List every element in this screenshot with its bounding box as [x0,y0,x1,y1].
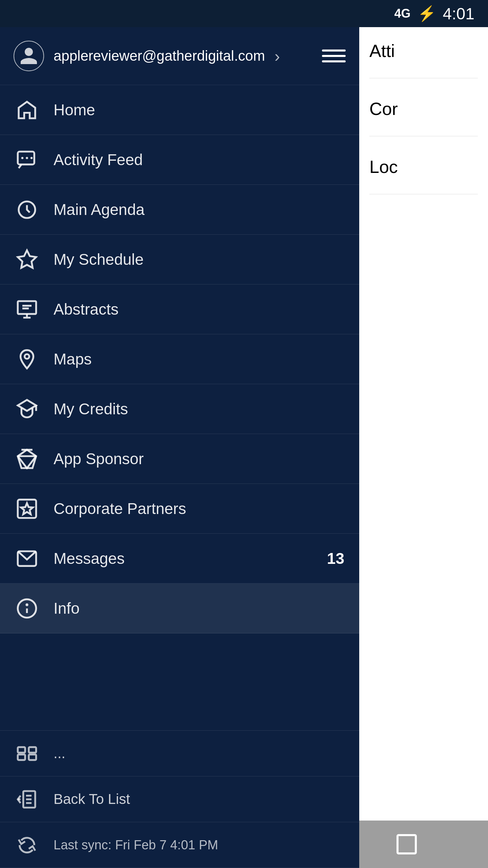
menu-label-main-agenda: Main Agenda [54,200,344,219]
presentation-icon [15,297,39,321]
menu-item-abstracts[interactable]: Abstracts [0,284,359,334]
menu-item-info[interactable]: Info [0,584,359,633]
svg-marker-5 [18,250,36,268]
messages-badge: 13 [327,549,344,568]
back-list-icon [15,787,39,811]
footer-items: ... Back To List [0,730,359,868]
menu-label-home: Home [54,101,344,119]
map-pin-icon [15,347,39,371]
dots-icon [15,742,39,765]
menu-item-main-agenda[interactable]: Main Agenda [0,185,359,235]
menu-label-corporate-partners: Corporate Partners [54,499,344,518]
user-email: applereviewer@gatherdigital.com [54,48,265,64]
star-icon [15,248,39,271]
menu-label-app-sponsor: App Sponsor [54,450,344,468]
menu-list: Home Activity Feed [0,85,359,730]
menu-label-maps: Maps [54,350,344,368]
hamburger-line-3 [322,60,346,62]
svg-point-3 [30,157,33,159]
envelope-icon [15,547,39,570]
menu-label-my-schedule: My Schedule [54,250,344,269]
signal-icon: 4G [394,6,411,21]
menu-item-home[interactable]: Home [0,85,359,135]
navigation-drawer: applereviewer@gatherdigital.com › Home [0,27,359,868]
user-info[interactable]: applereviewer@gatherdigital.com › [14,41,280,71]
right-panel-item-1: Atti [369,41,478,78]
info-circle-icon [15,596,39,620]
menu-item-corporate-partners[interactable]: Corporate Partners [0,484,359,534]
sync-icon [15,833,39,857]
menu-item-my-credits[interactable]: My Credits [0,384,359,434]
right-panel-item-3: Loc [369,157,478,194]
menu-label-messages: Messages [54,549,312,568]
clock-icon [15,198,39,221]
hamburger-line-1 [322,50,346,52]
svg-point-1 [21,157,23,159]
main-layout: applereviewer@gatherdigital.com › Home [0,27,488,868]
menu-item-maps[interactable]: Maps [0,334,359,384]
menu-item-activity-feed[interactable]: Activity Feed [0,135,359,185]
svg-rect-20 [18,754,25,760]
footer-label-more: ... [54,745,65,762]
home-icon [15,98,39,122]
svg-rect-21 [28,747,36,752]
menu-item-my-schedule[interactable]: My Schedule [0,235,359,284]
footer-item-back-to-list[interactable]: Back To List [0,776,359,822]
footer-item-more[interactable]: ... [0,731,359,776]
chat-icon [15,148,39,172]
menu-label-info: Info [54,599,344,617]
hamburger-line-2 [322,55,346,57]
avatar[interactable] [14,41,44,71]
footer-item-last-sync: Last sync: Fri Feb 7 4:01 PM [0,822,359,868]
diamond-icon [15,447,39,471]
recent-apps-button[interactable] [390,827,424,861]
status-bar: 4G ⚡ 4:01 [0,0,488,27]
user-icon [19,46,39,66]
footer-label-back-to-list: Back To List [54,791,130,807]
menu-item-app-sponsor[interactable]: App Sponsor [0,434,359,484]
chevron-right-icon: › [274,47,280,65]
right-panel-item-2: Cor [369,99,478,136]
menu-label-my-credits: My Credits [54,400,344,418]
right-panel: Atti Cor Loc [359,27,488,868]
menu-item-messages[interactable]: Messages 13 [0,534,359,584]
menu-label-abstracts: Abstracts [54,300,344,318]
svg-marker-14 [21,503,33,514]
svg-rect-19 [18,747,25,752]
status-time: 4:01 [443,4,474,23]
drawer-header[interactable]: applereviewer@gatherdigital.com › [0,27,359,85]
star-badge-icon [15,497,39,520]
svg-point-2 [26,157,28,159]
battery-icon: ⚡ [418,5,436,22]
hamburger-button[interactable] [322,50,346,62]
recent-square-icon [396,834,417,854]
last-sync-text: Last sync: Fri Feb 7 4:01 PM [54,838,218,852]
svg-point-7 [24,354,29,359]
graduation-icon [15,397,39,421]
svg-rect-22 [28,754,36,760]
menu-label-activity-feed: Activity Feed [54,151,344,169]
